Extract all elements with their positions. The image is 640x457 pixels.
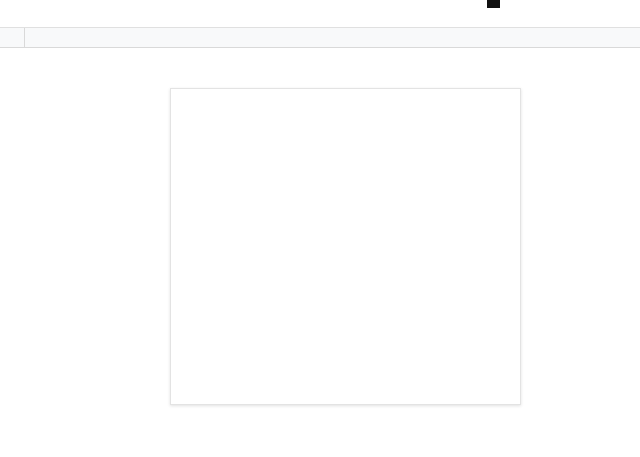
formula-bar[interactable] bbox=[0, 0, 640, 28]
browser-artifact bbox=[487, 0, 500, 8]
spreadsheet-app bbox=[0, 0, 640, 48]
line-chart bbox=[171, 89, 520, 404]
select-all-corner[interactable] bbox=[0, 28, 25, 47]
column-header-row bbox=[0, 28, 640, 48]
embedded-chart[interactable] bbox=[170, 88, 521, 405]
